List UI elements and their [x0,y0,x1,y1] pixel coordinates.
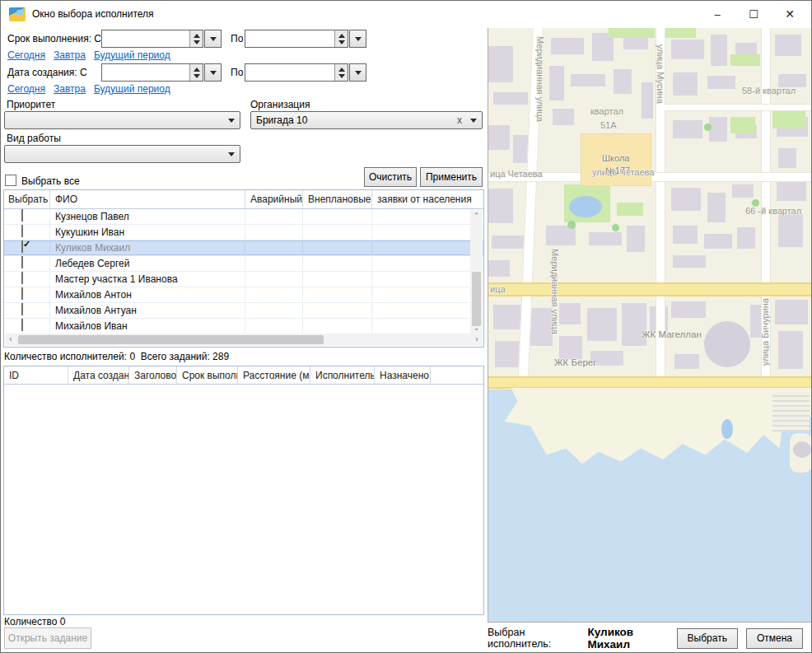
executor-name: Мастер участка 1 Иванова [50,272,245,287]
map-label-chetaeva-left: ица Четаева [490,169,543,179]
open-task-button[interactable]: Открыть задание [4,627,91,649]
created-from-spinner[interactable] [189,64,203,81]
scrollbar-thumb[interactable] [18,335,324,344]
map-tree [704,124,712,131]
map-canvas[interactable]: Меридианная улица Меридианная улица улиц… [488,28,812,623]
filter-panel: Срок выполнения: С По Сегодня Завтра Буд… [1,28,488,653]
map-building [737,227,755,249]
executor-row[interactable]: Кукушкин Иван [4,225,483,240]
footer-bar: Выбран исполнитель: Куликов Михаил Выбра… [488,623,812,653]
clear-icon[interactable]: x [457,114,462,126]
column-header-id[interactable]: ID [4,366,68,384]
map-building [673,72,698,96]
due-link-tomorrow[interactable]: Завтра [54,49,86,61]
column-header-select[interactable]: Выбрать [4,190,50,208]
clear-button[interactable]: Очистить [364,167,417,187]
due-to-spinner[interactable] [334,30,348,47]
created-to-calendar-button[interactable] [349,63,366,82]
emergency-cell [245,209,303,224]
unplanned-cell [303,272,372,287]
priority-combobox[interactable] [4,111,240,129]
executor-row[interactable]: Куликов Михаил [4,240,483,256]
due-from-input[interactable] [101,30,203,48]
emergency-cell [245,319,303,333]
work-type-label: Вид работы [7,133,61,144]
row-checkbox[interactable] [21,256,23,268]
spin-down-icon [338,40,345,44]
due-to-input[interactable] [245,30,348,48]
spin-down-icon [338,74,345,78]
column-header-title[interactable]: Заголовок [129,366,177,384]
row-checkbox[interactable] [21,287,23,300]
maximize-button[interactable]: ☐ [739,1,768,27]
due-to-calendar-button[interactable] [349,30,366,48]
executor-row[interactable]: Михайлов Антон [4,287,483,303]
due-link-today[interactable]: Сегодня [7,49,45,61]
work-type-combobox[interactable] [4,145,240,163]
column-header-fio[interactable]: ФИО [50,190,245,208]
column-header-emergency[interactable]: Аварийный [245,190,303,208]
unplanned-cell [303,225,372,240]
executor-row[interactable]: Лебедев Сергей [4,256,483,272]
due-from-spinner[interactable] [189,30,203,47]
due-link-future[interactable]: Будущий период [94,49,170,61]
scroll-down-icon[interactable]: ⌄ [470,322,483,333]
row-checkbox[interactable] [21,319,23,331]
map-building [704,234,732,249]
map-tree [567,221,576,229]
row-checkbox[interactable] [21,272,23,284]
column-header-distance[interactable]: Расстояние (м.) [238,366,310,384]
map-label-meridiannaya-1: Меридианная улица [535,36,545,122]
created-to-input[interactable] [245,63,348,82]
created-link-tomorrow[interactable]: Завтра [54,83,86,95]
map-building [627,226,645,252]
cancel-button[interactable]: Отмена [746,628,803,649]
column-header-assigned[interactable]: Назначено [375,366,431,384]
map-label-magellan: ЖК Магеллан [642,329,702,339]
map-building [528,308,553,346]
map-label-musina: улица Мусина [656,44,665,104]
created-link-today[interactable]: Сегодня [7,83,45,95]
row-checkbox[interactable] [21,240,23,253]
executors-status: Количество исполнителей: 0 Всего заданий… [4,351,229,362]
executors-vertical-scrollbar[interactable]: ⌃ ⌄ [470,210,483,333]
select-all-checkbox[interactable] [5,175,16,186]
created-link-future[interactable]: Будущий период [94,83,170,95]
apply-button[interactable]: Применить [420,167,483,187]
row-checkbox[interactable] [21,209,23,222]
close-button[interactable]: ✕ [775,1,805,27]
executor-row[interactable]: Михайлов Иван [4,319,483,334]
column-header-unplanned[interactable]: Внеплановые [303,190,372,208]
map-building [707,76,735,89]
select-button[interactable]: Выбрать [677,628,738,649]
emergency-cell [245,287,303,302]
map-building [614,69,632,94]
scroll-right-icon[interactable]: › [471,333,483,346]
map-building [589,232,622,245]
chevron-down-icon [210,37,217,41]
row-checkbox[interactable] [21,303,23,315]
column-header-citizen-requests[interactable]: заявки от населения [372,190,483,208]
due-from-calendar-button[interactable] [204,30,222,48]
emergency-cell [245,256,303,271]
row-checkbox[interactable] [21,225,23,237]
map-pond [569,196,602,217]
scroll-up-icon[interactable]: ⌃ [470,210,483,222]
scrollbar-thumb[interactable] [472,272,481,326]
created-to-spinner[interactable] [334,64,348,81]
column-header-due[interactable]: Срок выполне [177,366,238,384]
due-quick-links: Сегодня Завтра Будущий период [7,49,170,61]
executor-row[interactable]: Кузнецов Павел [4,209,483,225]
executor-row[interactable]: Михайлов Антуан [4,303,483,319]
column-header-executor[interactable]: Исполнитель [310,366,375,384]
executors-horizontal-scrollbar[interactable]: ‹ › [5,333,483,346]
minimize-button[interactable]: – [702,1,732,27]
executor-row[interactable]: Мастер участка 1 Иванова [4,272,483,287]
spin-up-icon [338,34,345,38]
column-header-created[interactable]: Дата создания [68,366,129,384]
scroll-left-icon[interactable]: ‹ [5,333,16,346]
organization-combobox[interactable]: Бригада 10 x [250,111,483,129]
created-from-calendar-button[interactable] [204,63,222,82]
created-from-input[interactable] [101,63,203,82]
chevron-down-icon [470,119,477,123]
